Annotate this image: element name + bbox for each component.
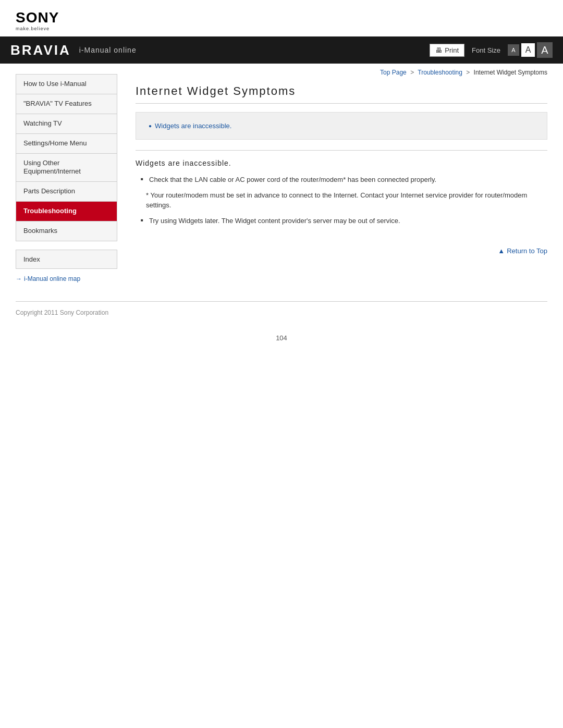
widgets-section-title: Widgets are inaccessible. xyxy=(136,159,547,167)
breadcrumb-current: Internet Widget Symptoms xyxy=(474,69,547,76)
symptom-link[interactable]: ● Widgets are inaccessible. xyxy=(149,122,534,130)
font-large-button[interactable]: A xyxy=(537,42,553,58)
return-top-area: ▲ Return to Top xyxy=(136,241,547,255)
list-item: Check that the LAN cable or AC power cor… xyxy=(141,175,547,185)
imanual-label: i-Manual online xyxy=(79,46,137,54)
footer: Copyright 2011 Sony Corporation xyxy=(0,302,563,324)
sidebar-index[interactable]: Index xyxy=(16,250,117,269)
sidebar-map-link[interactable]: → i-Manual online map xyxy=(16,275,117,282)
font-small-button[interactable]: A xyxy=(508,44,519,56)
sidebar-bottom: Index → i-Manual online map xyxy=(16,250,117,282)
sidebar-item-settings[interactable]: Settings/Home Menu xyxy=(16,134,117,154)
sidebar-item-bravia-features[interactable]: "BRAVIA" TV Features xyxy=(16,94,117,114)
sidebar-item-how-to-use[interactable]: How to Use i-Manual xyxy=(16,75,117,94)
bullet-dot-icon: ● xyxy=(149,123,152,129)
font-size-controls: A A A xyxy=(508,42,553,58)
symptoms-box: ● Widgets are inaccessible. xyxy=(136,112,547,140)
section-divider xyxy=(136,150,547,151)
bullet-list: Check that the LAN cable or AC power cor… xyxy=(141,175,547,226)
breadcrumb-top-page[interactable]: Top Page xyxy=(380,69,407,76)
bravia-text: BRAVIA xyxy=(10,42,71,58)
breadcrumb-sep2: > xyxy=(466,69,470,76)
arrow-icon: → xyxy=(16,275,22,282)
return-top-label: Return to Top xyxy=(507,247,547,255)
list-item: Try using Widgets later. The Widget cont… xyxy=(141,216,547,226)
return-to-top-link[interactable]: ▲ Return to Top xyxy=(498,247,547,255)
sidebar-item-bookmarks[interactable]: Bookmarks xyxy=(16,221,117,241)
page-number: 104 xyxy=(0,324,563,347)
sidebar-item-troubleshooting[interactable]: Troubleshooting xyxy=(16,202,117,221)
sidebar-item-using-other[interactable]: Using Other Equipment/Internet xyxy=(16,154,117,182)
triangle-icon: ▲ xyxy=(498,247,505,255)
sidebar: How to Use i-Manual "BRAVIA" TV Features… xyxy=(0,64,125,293)
bravia-logo: BRAVIA i-Manual online xyxy=(10,42,137,58)
sony-logo: SONY xyxy=(16,9,547,26)
content-area: Top Page > Troubleshooting > Internet Wi… xyxy=(125,64,563,293)
logo-area: SONY make.believe xyxy=(0,0,563,36)
main-layout: How to Use i-Manual "BRAVIA" TV Features… xyxy=(0,64,563,293)
map-link-label: i-Manual online map xyxy=(24,275,80,282)
sidebar-nav: How to Use i-Manual "BRAVIA" TV Features… xyxy=(16,74,117,241)
print-icon: 🖶 xyxy=(435,46,442,54)
copyright-text: Copyright 2011 Sony Corporation xyxy=(16,309,108,316)
sidebar-item-watching-tv[interactable]: Watching TV xyxy=(16,114,117,134)
page-title: Internet Widget Symptoms xyxy=(136,84,547,104)
note-text: * Your router/modem must be set in advan… xyxy=(146,190,547,211)
sidebar-item-parts[interactable]: Parts Description xyxy=(16,182,117,202)
print-button[interactable]: 🖶 Print xyxy=(430,44,464,57)
sony-tagline: make.believe xyxy=(16,26,547,31)
top-bar: BRAVIA i-Manual online 🖶 Print Font Size… xyxy=(0,36,563,64)
breadcrumb-troubleshooting[interactable]: Troubleshooting xyxy=(418,69,462,76)
font-size-label: Font Size xyxy=(472,46,500,54)
breadcrumb-sep1: > xyxy=(410,69,414,76)
breadcrumb: Top Page > Troubleshooting > Internet Wi… xyxy=(136,69,547,76)
top-bar-right: 🖶 Print Font Size A A A xyxy=(430,42,553,58)
symptom-link-text: Widgets are inaccessible. xyxy=(155,122,231,130)
font-medium-button[interactable]: A xyxy=(521,43,535,57)
print-label: Print xyxy=(445,46,459,54)
